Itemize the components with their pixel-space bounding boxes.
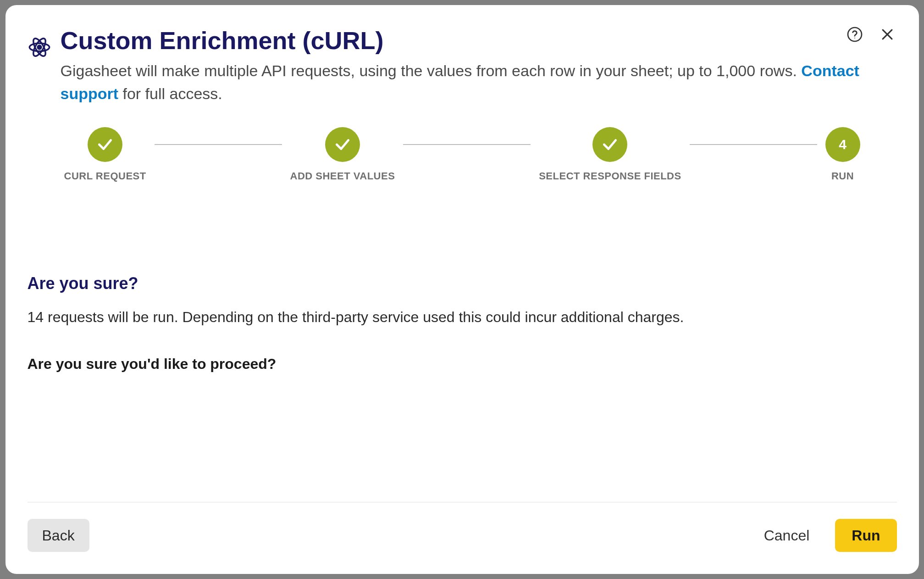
atom-icon: [28, 35, 51, 59]
close-icon: [880, 27, 895, 42]
run-button[interactable]: Run: [835, 519, 896, 552]
step-circle-current: 4: [825, 127, 860, 162]
confirm-text: 14 requests will be run. Depending on th…: [28, 306, 897, 328]
check-icon: [96, 136, 114, 153]
modal-footer: Back Cancel Run: [28, 502, 897, 552]
step-curl-request: CURL REQUEST: [64, 127, 146, 182]
step-circle-done: [325, 127, 360, 162]
svg-point-0: [38, 45, 41, 49]
modal-header: Custom Enrichment (cURL) Gigasheet will …: [28, 27, 897, 105]
modal-title: Custom Enrichment (cURL): [61, 27, 897, 54]
help-button[interactable]: [845, 24, 865, 45]
cancel-button[interactable]: Cancel: [749, 519, 824, 552]
step-label: RUN: [831, 170, 854, 182]
subtitle-prefix: Gigasheet will make multiple API request…: [61, 62, 802, 79]
step-add-sheet-values: ADD SHEET VALUES: [290, 127, 395, 182]
svg-point-4: [848, 28, 862, 41]
back-button[interactable]: Back: [28, 519, 89, 552]
custom-enrichment-modal: Custom Enrichment (cURL) Gigasheet will …: [6, 5, 919, 574]
step-run: 4 RUN: [825, 127, 860, 182]
step-divider: [690, 144, 817, 145]
step-number: 4: [839, 137, 847, 152]
check-icon: [601, 136, 619, 153]
svg-point-5: [854, 38, 855, 39]
help-icon: [847, 26, 863, 43]
step-circle-done: [88, 127, 122, 162]
close-button[interactable]: [878, 25, 897, 44]
subtitle-suffix: for full access.: [118, 85, 222, 102]
header-text: Custom Enrichment (cURL) Gigasheet will …: [61, 27, 897, 105]
step-divider: [155, 144, 282, 145]
step-select-response-fields: SELECT RESPONSE FIELDS: [539, 127, 681, 182]
check-icon: [334, 136, 351, 153]
stepper: CURL REQUEST ADD SHEET VALUES SELECT RES…: [64, 127, 860, 182]
step-divider: [403, 144, 531, 145]
confirmation-section: Are you sure? 14 requests will be run. D…: [28, 274, 897, 373]
step-circle-done: [592, 127, 627, 162]
step-label: CURL REQUEST: [64, 170, 146, 182]
confirm-proceed: Are you sure you'd like to proceed?: [28, 356, 897, 373]
confirm-heading: Are you sure?: [28, 274, 897, 293]
step-label: SELECT RESPONSE FIELDS: [539, 170, 681, 182]
header-actions: [845, 24, 897, 45]
step-label: ADD SHEET VALUES: [290, 170, 395, 182]
modal-subtitle: Gigasheet will make multiple API request…: [61, 60, 897, 105]
